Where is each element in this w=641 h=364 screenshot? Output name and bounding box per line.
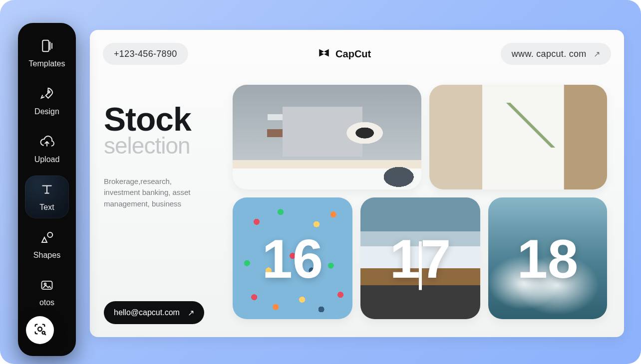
- canvas-header: +123-456-7890 CapCut www. capcut. com ↗: [90, 30, 624, 78]
- sidebar-item-photos[interactable]: otos: [25, 271, 69, 314]
- capcut-logo-icon: [318, 46, 330, 62]
- sidebar-item-label: Shapes: [33, 251, 60, 260]
- sidebar-item-label: Templates: [29, 59, 65, 68]
- sidebar-item-templates[interactable]: Templates: [25, 32, 69, 75]
- shapes-icon: [39, 230, 54, 247]
- visual-search-button[interactable]: [26, 316, 54, 344]
- camera-search-icon: [33, 322, 47, 338]
- tile-laptop[interactable]: [233, 85, 421, 189]
- website-pill[interactable]: www. capcut. com ↗: [501, 43, 611, 65]
- svg-point-2: [47, 232, 52, 237]
- sidebar-item-label: otos: [39, 298, 54, 307]
- rocket-icon: [39, 86, 54, 103]
- email-label: hello@capcut.com: [114, 308, 180, 317]
- tile-overlay-number: 16: [233, 197, 352, 319]
- website-url: www. capcut. com: [512, 49, 587, 59]
- phone-pill[interactable]: +123-456-7890: [103, 43, 188, 65]
- sidebar-item-label: Design: [34, 107, 59, 116]
- sidebar-item-design[interactable]: Design: [25, 80, 69, 123]
- sidebar-item-text[interactable]: Text: [25, 176, 69, 218]
- tile-road[interactable]: 17: [360, 197, 480, 319]
- app-window: Templates Design Upload Text Shapes: [0, 0, 641, 364]
- canvas[interactable]: +123-456-7890 CapCut www. capcut. com ↗ …: [90, 30, 624, 337]
- external-link-icon: ↗: [594, 49, 600, 59]
- svg-rect-0: [42, 40, 49, 52]
- svg-point-5: [38, 327, 42, 331]
- sidebar-item-upload[interactable]: Upload: [25, 128, 69, 171]
- svg-point-1: [48, 91, 50, 93]
- headline-paragraph[interactable]: Brokerage,research, investment banking, …: [104, 176, 209, 210]
- tile-confetti[interactable]: 16: [233, 197, 352, 319]
- sidebar: Templates Design Upload Text Shapes: [18, 23, 76, 356]
- headline-title[interactable]: Stock: [104, 104, 224, 135]
- email-button[interactable]: hello@capcut.com ↗: [104, 301, 204, 324]
- tile-agenda[interactable]: [429, 85, 607, 189]
- sidebar-item-shapes[interactable]: Shapes: [25, 223, 69, 266]
- tile-overlay-number: 18: [488, 197, 607, 319]
- image-icon: [40, 278, 54, 294]
- sidebar-item-label: Text: [39, 203, 54, 212]
- tile-overlay-number: 17: [360, 197, 480, 319]
- phone-number: +123-456-7890: [114, 49, 177, 59]
- cloud-upload-icon: [39, 134, 54, 151]
- headline-subtitle[interactable]: selection: [104, 132, 224, 159]
- sidebar-item-label: Upload: [34, 155, 60, 164]
- templates-icon: [39, 38, 54, 55]
- text-icon: [39, 182, 54, 199]
- headline-block: Stock selection Brokerage,research, inve…: [104, 104, 224, 209]
- brand-name: CapCut: [335, 48, 371, 60]
- image-grid: 16 17 18: [233, 85, 613, 326]
- brand: CapCut: [318, 46, 371, 62]
- tile-wave[interactable]: 18: [488, 197, 607, 319]
- external-link-icon: ↗: [188, 308, 194, 318]
